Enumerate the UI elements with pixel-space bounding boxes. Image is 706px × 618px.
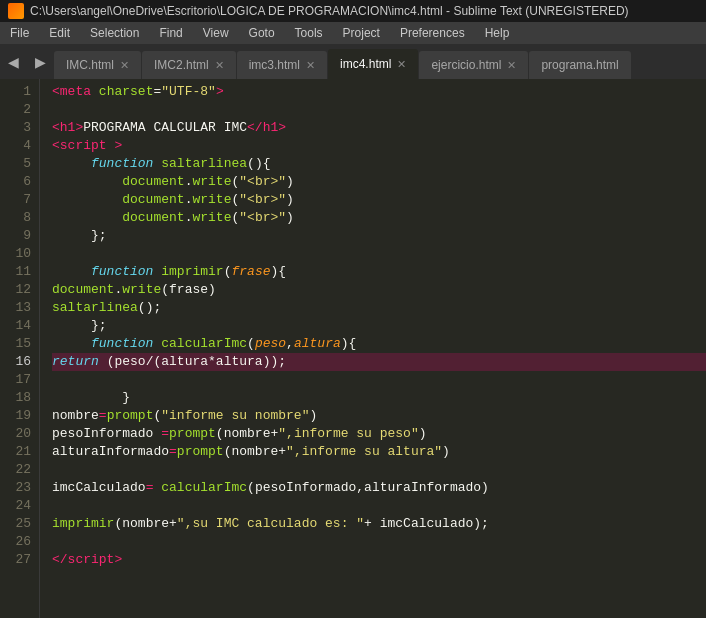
menu-find[interactable]: Find: [149, 22, 192, 44]
line-num-19: 19: [8, 407, 31, 425]
tab-nav-left[interactable]: ◀: [0, 44, 27, 79]
menu-edit[interactable]: Edit: [39, 22, 80, 44]
titlebar-text: C:\Users\angel\OneDrive\Escritorio\LOGIC…: [30, 4, 629, 18]
editor: 1 2 3 4 5 6 7 8 9 10 11 12 13 14 15 16 1…: [0, 79, 706, 618]
code-line-1: <meta charset="UTF-8">: [52, 83, 706, 101]
code-content[interactable]: <meta charset="UTF-8"> <h1>PROGRAMA CALC…: [40, 79, 706, 618]
code-line-20: pesoInformado =prompt(nombre+",informe s…: [52, 425, 706, 443]
tab-imc4-close[interactable]: ✕: [397, 59, 406, 70]
code-line-11: function imprimir(frase){: [52, 263, 706, 281]
code-line-9: };: [52, 227, 706, 245]
code-line-17: [52, 371, 706, 389]
tabbar: ◀ ▶ IMC.html ✕ IMC2.html ✕ imc3.html ✕ i…: [0, 44, 706, 79]
tab-imc2-close[interactable]: ✕: [215, 60, 224, 71]
code-line-3: <h1>PROGRAMA CALCULAR IMC</h1>: [52, 119, 706, 137]
tab-programa-label: programa.html: [541, 58, 618, 72]
line-num-13: 13: [8, 299, 31, 317]
line-num-10: 10: [8, 245, 31, 263]
code-line-19: nombre=prompt("informe su nombre"): [52, 407, 706, 425]
menu-help[interactable]: Help: [475, 22, 520, 44]
code-line-5: function saltarlinea(){: [52, 155, 706, 173]
code-line-27: </script>: [52, 551, 706, 569]
line-num-22: 22: [8, 461, 31, 479]
code-line-10: [52, 245, 706, 263]
line-num-12: 12: [8, 281, 31, 299]
line-num-25: 25: [8, 515, 31, 533]
line-num-8: 8: [8, 209, 31, 227]
tab-nav-right[interactable]: ▶: [27, 44, 54, 79]
tab-imc4[interactable]: imc4.html ✕: [328, 49, 418, 79]
line-num-18: 18: [8, 389, 31, 407]
tab-programa[interactable]: programa.html: [529, 51, 630, 79]
line-num-7: 7: [8, 191, 31, 209]
code-line-16: return (peso/(altura*altura));: [52, 353, 706, 371]
app-icon: [8, 3, 24, 19]
line-num-14: 14: [8, 317, 31, 335]
line-num-6: 6: [8, 173, 31, 191]
line-num-21: 21: [8, 443, 31, 461]
menu-tools[interactable]: Tools: [285, 22, 333, 44]
menu-preferences[interactable]: Preferences: [390, 22, 475, 44]
menu-selection[interactable]: Selection: [80, 22, 149, 44]
tab-ejercicio-close[interactable]: ✕: [507, 60, 516, 71]
line-num-26: 26: [8, 533, 31, 551]
tab-imc3[interactable]: imc3.html ✕: [237, 51, 327, 79]
menu-file[interactable]: File: [0, 22, 39, 44]
tab-imc1-label: IMC.html: [66, 58, 114, 72]
code-line-8: document.write("<br>"): [52, 209, 706, 227]
code-line-18: }: [52, 389, 706, 407]
code-line-14: };: [52, 317, 706, 335]
code-line-21: alturaInformado=prompt(nombre+",informe …: [52, 443, 706, 461]
tab-imc1-close[interactable]: ✕: [120, 60, 129, 71]
line-num-20: 20: [8, 425, 31, 443]
line-num-9: 9: [8, 227, 31, 245]
line-num-3: 3: [8, 119, 31, 137]
line-num-16: 16: [8, 353, 31, 371]
line-numbers: 1 2 3 4 5 6 7 8 9 10 11 12 13 14 15 16 1…: [0, 79, 40, 618]
line-num-11: 11: [8, 263, 31, 281]
line-num-27: 27: [8, 551, 31, 569]
code-line-6: document.write("<br>"): [52, 173, 706, 191]
tab-ejercicio-label: ejercicio.html: [431, 58, 501, 72]
code-line-23: imcCalculado= calcularImc(pesoInformado,…: [52, 479, 706, 497]
menu-project[interactable]: Project: [333, 22, 390, 44]
code-line-4: <script >: [52, 137, 706, 155]
code-line-25: imprimir(nombre+",su IMC calculado es: "…: [52, 515, 706, 533]
line-num-1: 1: [8, 83, 31, 101]
code-line-13: saltarlinea();: [52, 299, 706, 317]
code-line-24: [52, 497, 706, 515]
tab-imc3-label: imc3.html: [249, 58, 300, 72]
tab-imc2[interactable]: IMC2.html ✕: [142, 51, 236, 79]
titlebar: C:\Users\angel\OneDrive\Escritorio\LOGIC…: [0, 0, 706, 22]
line-num-17: 17: [8, 371, 31, 389]
code-line-15: function calcularImc(peso,altura){: [52, 335, 706, 353]
tab-ejercicio[interactable]: ejercicio.html ✕: [419, 51, 528, 79]
menu-view[interactable]: View: [193, 22, 239, 44]
tab-imc1[interactable]: IMC.html ✕: [54, 51, 141, 79]
line-num-5: 5: [8, 155, 31, 173]
tab-imc3-close[interactable]: ✕: [306, 60, 315, 71]
menubar: File Edit Selection Find View Goto Tools…: [0, 22, 706, 44]
line-num-23: 23: [8, 479, 31, 497]
code-line-12: document.write(frase): [52, 281, 706, 299]
line-num-15: 15: [8, 335, 31, 353]
tab-imc4-label: imc4.html: [340, 57, 391, 71]
menu-goto[interactable]: Goto: [239, 22, 285, 44]
code-line-22: [52, 461, 706, 479]
code-line-26: [52, 533, 706, 551]
code-line-2: [52, 101, 706, 119]
line-num-24: 24: [8, 497, 31, 515]
line-num-2: 2: [8, 101, 31, 119]
tab-imc2-label: IMC2.html: [154, 58, 209, 72]
line-num-4: 4: [8, 137, 31, 155]
code-line-7: document.write("<br>"): [52, 191, 706, 209]
